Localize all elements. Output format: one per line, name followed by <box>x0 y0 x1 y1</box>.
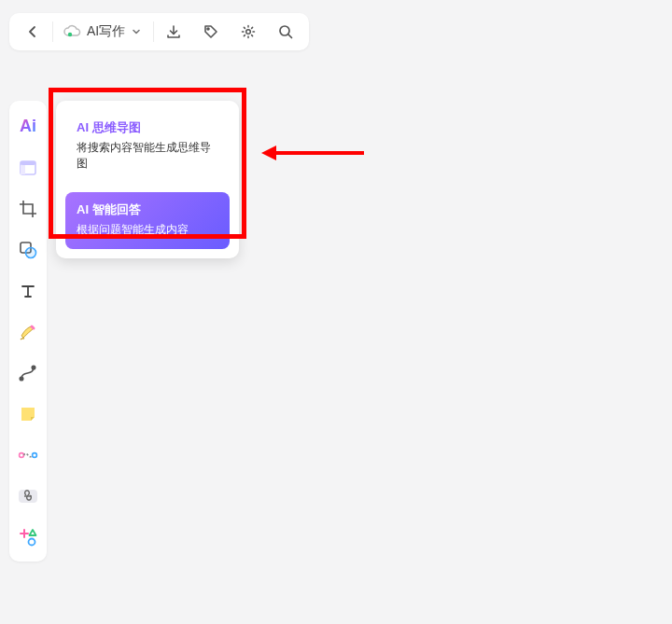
svg-point-1 <box>207 28 209 30</box>
ai-tool[interactable]: Ai <box>12 106 44 146</box>
svg-point-0 <box>68 33 72 36</box>
crop-icon <box>18 199 38 219</box>
curve-tool[interactable] <box>12 354 44 392</box>
more-shapes-icon <box>18 527 38 548</box>
text-tool[interactable] <box>12 272 44 310</box>
settings-button[interactable] <box>231 14 266 49</box>
back-button[interactable] <box>15 14 50 49</box>
ai-write-dropdown[interactable]: AI写作 <box>55 14 151 49</box>
svg-rect-6 <box>21 161 35 165</box>
svg-line-4 <box>288 35 292 38</box>
ai-mindmap-title: AI 思维导图 <box>77 119 218 136</box>
download-button[interactable] <box>156 14 191 49</box>
pen-icon <box>18 322 38 342</box>
ai-write-label: AI写作 <box>87 23 125 40</box>
ai-panel: AI 思维导图 将搜索内容智能生成思维导图 AI 智能回答 根据问题智能生成内容 <box>56 101 239 258</box>
tool-sidebar: Ai <box>9 101 47 562</box>
tag-icon <box>203 23 219 40</box>
cloud-sync-icon <box>63 24 81 39</box>
text-icon <box>19 282 37 300</box>
frame-tool[interactable] <box>12 149 44 187</box>
sticky-note-icon <box>18 404 38 424</box>
toolbar-divider <box>52 21 53 42</box>
curve-icon <box>18 363 38 383</box>
pen-tool[interactable] <box>12 313 44 351</box>
tag-button[interactable] <box>193 14 229 49</box>
link-icon <box>17 488 39 505</box>
ai-answer-desc: 根据问题智能生成内容 <box>77 222 218 238</box>
svg-marker-21 <box>30 530 36 535</box>
ai-mindmap-card[interactable]: AI 思维导图 将搜索内容智能生成思维导图 <box>65 110 230 183</box>
chevron-down-icon <box>131 26 142 37</box>
more-shapes-tool[interactable] <box>12 519 44 556</box>
svg-point-16 <box>20 453 24 458</box>
svg-point-10 <box>26 248 36 258</box>
search-icon <box>277 23 294 40</box>
annotation-arrow-icon <box>261 144 364 162</box>
top-toolbar: AI写作 <box>9 13 309 50</box>
ai-icon: Ai <box>20 117 36 136</box>
svg-point-17 <box>33 453 37 458</box>
svg-marker-24 <box>261 146 276 160</box>
ai-answer-card[interactable]: AI 智能回答 根据问题智能生成内容 <box>65 192 230 249</box>
back-icon <box>25 24 40 39</box>
svg-rect-7 <box>21 165 25 174</box>
toolbar-divider <box>153 21 154 42</box>
connector-tool[interactable] <box>12 437 44 474</box>
shape-tool[interactable] <box>12 231 44 269</box>
link-tool[interactable] <box>12 478 44 515</box>
download-icon <box>165 23 182 40</box>
svg-point-2 <box>246 30 251 35</box>
svg-point-15 <box>32 366 35 368</box>
svg-point-22 <box>29 539 35 546</box>
frame-icon <box>18 158 38 178</box>
connector-icon <box>17 446 39 465</box>
crop-tool[interactable] <box>12 190 44 228</box>
shape-combine-icon <box>18 240 38 260</box>
gear-icon <box>240 23 257 40</box>
note-tool[interactable] <box>12 395 44 433</box>
ai-mindmap-desc: 将搜索内容智能生成思维导图 <box>77 140 218 172</box>
svg-point-14 <box>20 377 22 380</box>
search-button[interactable] <box>268 14 303 49</box>
ai-answer-title: AI 智能回答 <box>77 201 218 218</box>
